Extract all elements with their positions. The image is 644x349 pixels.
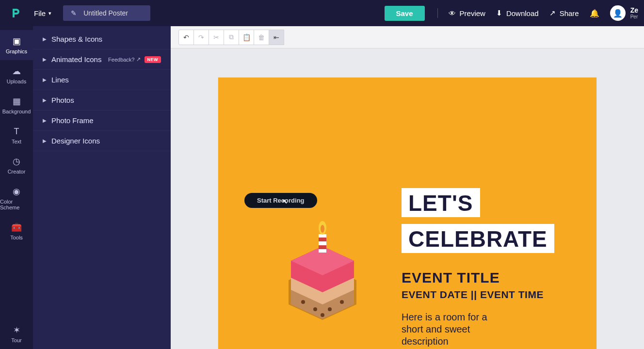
panel-category[interactable]: ▶Lines	[33, 70, 171, 90]
category-label: Photo Frame	[51, 116, 94, 125]
panel-category[interactable]: ▶Designer Icons	[33, 131, 171, 151]
align-button[interactable]: ⇤	[269, 30, 284, 45]
save-button[interactable]: Save	[385, 6, 425, 21]
chevron-right-icon: ▶	[43, 118, 47, 123]
download-icon: ⬇	[496, 9, 502, 17]
category-label: Photos	[51, 96, 74, 104]
copy-icon: ⧉	[229, 33, 234, 41]
category-label: Shapes & Icons	[51, 35, 102, 43]
bell-icon[interactable]: 🔔	[590, 9, 599, 18]
poster-text-block[interactable]: LET'S CELEBRATE EVENT TITLE EVENT DATE |…	[402, 188, 554, 349]
color-icon: ◉	[11, 186, 22, 197]
panel-category[interactable]: ▶Photos	[33, 90, 171, 111]
download-button[interactable]: ⬇ Download	[496, 9, 539, 17]
category-label: Designer Icons	[51, 137, 100, 145]
headline-word-1: LET'S	[402, 188, 480, 217]
paste-button[interactable]: 📋	[239, 30, 254, 45]
external-icon: ↗	[136, 56, 141, 63]
chevron-right-icon: ▶	[43, 77, 47, 82]
title-text: Untitled Poster	[83, 9, 128, 17]
undo-icon: ↶	[183, 33, 189, 41]
svg-point-2	[301, 300, 305, 304]
panel-category[interactable]: ▶Shapes & Icons	[33, 29, 171, 49]
share-icon: ↗	[549, 9, 556, 17]
share-button[interactable]: ↗ Share	[549, 9, 579, 17]
svg-point-6	[321, 313, 324, 317]
sidebar-item-tour[interactable]: ✶Tour	[0, 319, 33, 349]
uploads-icon: ☁	[11, 66, 22, 77]
category-label: Lines	[51, 76, 69, 84]
file-label: File	[34, 9, 46, 17]
chevron-right-icon: ▶	[43, 97, 47, 103]
cut-button[interactable]: ✂	[209, 30, 224, 45]
record-label: Start Recording	[257, 197, 305, 204]
user-plan: Per	[630, 14, 638, 19]
avatar: 👤	[610, 5, 626, 21]
cake-graphic[interactable]	[272, 207, 373, 333]
sidebar-item-label: Text	[12, 139, 21, 144]
logo-icon	[10, 7, 21, 19]
panel-category[interactable]: ▶Animated IconsFeedback? ↗NEW	[33, 49, 171, 70]
svg-point-3	[313, 307, 317, 311]
event-title: EVENT TITLE	[402, 270, 554, 286]
top-right-actions: 👁 Preview ⬇ Download ↗ Share 🔔 👤 Ze Per	[437, 5, 638, 21]
align-icon: ⇤	[274, 33, 279, 41]
panel-category[interactable]: ▶Photo Frame	[33, 111, 171, 131]
delete-icon: 🗑	[258, 33, 265, 41]
new-badge: NEW	[145, 56, 161, 63]
sidebar-item-color[interactable]: ◉Color Scheme	[0, 180, 33, 216]
edit-toolbar: ↶↷✂⧉📋🗑⇤	[171, 26, 644, 48]
stage[interactable]: + ⇞ 1 ⇟ ≣ ✕ ⚙ Start Recording ↖	[171, 48, 644, 349]
paste-icon: 📋	[242, 33, 251, 41]
headline-word-2: CELEBRATE	[402, 224, 554, 253]
background-icon: ▦	[11, 96, 22, 107]
event-datetime: EVENT DATE || EVENT TIME	[402, 289, 554, 301]
file-menu[interactable]: File ▾	[29, 6, 56, 20]
graphics-panel: ◀ ▶Shapes & Icons▶Animated IconsFeedback…	[33, 26, 171, 349]
chevron-right-icon: ▶	[43, 57, 47, 62]
delete-button[interactable]: 🗑	[254, 30, 269, 45]
top-bar: File ▾ Untitled Poster Save 👁 Preview ⬇ …	[0, 0, 644, 26]
chevron-right-icon: ▶	[43, 36, 47, 42]
sidebar-item-creator[interactable]: ◷Creator	[0, 150, 33, 180]
preview-label: Preview	[460, 9, 485, 17]
graphics-icon: ▣	[11, 36, 22, 47]
creator-icon: ◷	[11, 156, 22, 167]
redo-button[interactable]: ↷	[193, 30, 209, 45]
start-recording-button[interactable]: Start Recording ↖	[244, 193, 317, 208]
category-label: Animated Icons	[51, 55, 101, 63]
poster-canvas[interactable]: Start Recording ↖	[218, 78, 596, 349]
sidebar-item-uploads[interactable]: ☁Uploads	[0, 60, 33, 90]
sidebar-item-label: Background	[2, 109, 31, 114]
document-title[interactable]: Untitled Poster	[63, 5, 150, 21]
user-name: Ze	[630, 7, 638, 14]
undo-button[interactable]: ↶	[178, 30, 194, 45]
sidebar-item-label: Graphics	[6, 48, 27, 54]
feedback-link[interactable]: Feedback? ↗	[108, 56, 140, 63]
sidebar-item-label: Tour	[11, 337, 21, 343]
sidebar-item-label: Creator	[8, 169, 26, 174]
cut-icon: ✂	[213, 33, 219, 41]
sidebar-item-background[interactable]: ▦Background	[0, 90, 33, 120]
sidebar-item-tools[interactable]: 🧰Tools	[0, 216, 33, 246]
redo-icon: ↷	[198, 33, 204, 41]
svg-point-4	[328, 307, 332, 311]
svg-rect-10	[319, 234, 326, 253]
copy-button[interactable]: ⧉	[224, 30, 239, 45]
chevron-down-icon: ▾	[48, 10, 51, 16]
sidebar-item-label: Uploads	[7, 79, 26, 84]
svg-point-5	[340, 300, 344, 304]
app-logo	[9, 6, 22, 20]
text-icon: T	[11, 126, 22, 137]
sidebar-item-graphics[interactable]: ▣Graphics	[0, 30, 33, 60]
svg-rect-12	[319, 245, 326, 249]
canvas-zone: ↶↷✂⧉📋🗑⇤ + ⇞ 1 ⇟ ≣ ✕ ⚙ Start Recording ↖	[171, 26, 644, 349]
sidebar-item-text[interactable]: TText	[0, 120, 33, 150]
event-description: Here is a room for a short and sweet des…	[402, 311, 503, 348]
tour-icon: ✶	[11, 325, 22, 335]
sidebar: ▣Graphics☁Uploads▦BackgroundTText◷Creato…	[0, 26, 33, 349]
cursor-icon: ↖	[282, 198, 288, 205]
preview-button[interactable]: 👁 Preview	[449, 9, 485, 17]
user-menu[interactable]: 👤 Ze Per	[610, 5, 638, 21]
svg-point-14	[321, 225, 324, 233]
